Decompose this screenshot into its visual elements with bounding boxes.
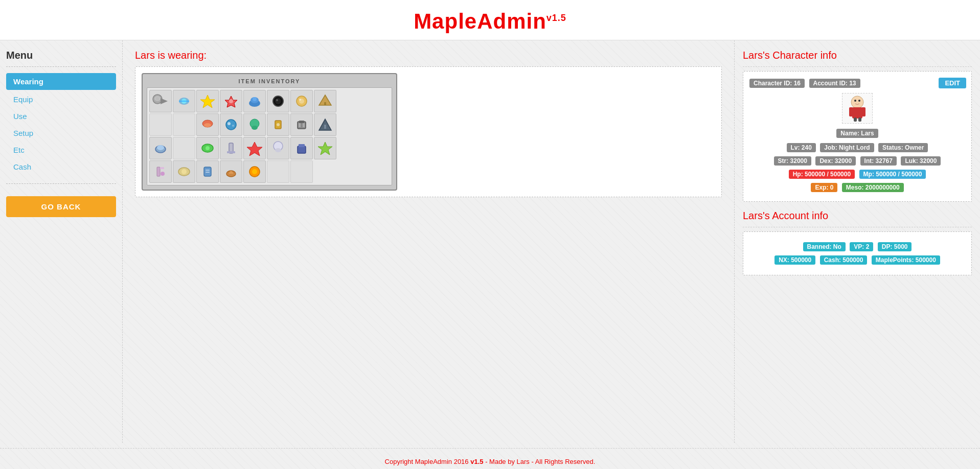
svg-point-23	[227, 122, 231, 125]
svg-rect-62	[854, 118, 857, 122]
svg-rect-30	[299, 121, 304, 123]
svg-rect-19	[324, 102, 326, 105]
inventory-content-box: ITEM INVENTORY	[135, 66, 722, 197]
page-header: MapleAdminv1.5	[0, 0, 980, 40]
wearing-section-title: Lars is wearing:	[135, 50, 722, 61]
sidebar-item-use[interactable]: Use	[6, 108, 116, 125]
inv-slot[interactable]	[267, 137, 289, 159]
inv-slot[interactable]	[196, 90, 219, 112]
inv-slot-empty	[173, 137, 195, 159]
svg-point-24	[232, 125, 234, 127]
inv-slot-empty	[149, 113, 172, 136]
inv-slot[interactable]	[267, 90, 289, 112]
job-badge: Job: Night Lord	[820, 143, 874, 152]
inv-slot[interactable]	[173, 160, 195, 183]
inv-slot[interactable]	[196, 160, 219, 183]
char-info-box: Character ID: 16 Account ID: 13 EDIT	[743, 71, 972, 202]
svg-point-9	[229, 99, 233, 103]
sidebar-item-cash[interactable]: Cash	[6, 158, 116, 175]
footer: Copyright MapleAdmin 2016 v1.5 - Made by…	[0, 448, 980, 469]
svg-point-36	[157, 145, 164, 150]
inventory-panel-title: ITEM INVENTORY	[147, 78, 392, 84]
svg-point-21	[204, 123, 211, 127]
inv-slot-empty	[267, 160, 289, 183]
svg-marker-3	[161, 98, 168, 104]
svg-point-51	[181, 169, 187, 174]
meso-badge: Meso: 2000000000	[842, 183, 904, 192]
svg-rect-44	[298, 146, 306, 153]
svg-rect-45	[299, 144, 305, 147]
inv-slot[interactable]	[267, 113, 289, 136]
inv-slot[interactable]	[314, 137, 336, 159]
exp-badge: Exp: 0	[811, 183, 837, 192]
char-info-title: Lars's Character info	[743, 50, 972, 61]
level-badge: Lv: 240	[787, 143, 816, 152]
hp-badge: Hp: 500000 / 500000	[789, 170, 855, 179]
inv-slot[interactable]	[220, 113, 242, 136]
svg-point-15	[276, 99, 278, 101]
inv-slot[interactable]	[220, 137, 242, 159]
inv-slot[interactable]	[243, 137, 266, 159]
inv-slot[interactable]	[243, 90, 266, 112]
right-panel: Lars's Character info Character ID: 16 A…	[735, 40, 980, 443]
svg-point-18	[299, 99, 301, 101]
inv-slot[interactable]	[314, 113, 336, 136]
svg-point-65	[858, 100, 860, 102]
inv-slot[interactable]	[243, 160, 266, 183]
dp-badge: DP: 5000	[878, 242, 912, 251]
sidebar-item-wearing[interactable]: Wearing	[6, 73, 116, 90]
sidebar-item-equip[interactable]: Equip	[6, 91, 116, 108]
inv-slot[interactable]	[196, 113, 219, 136]
inventory-panel: ITEM INVENTORY	[142, 73, 397, 191]
inv-slot[interactable]	[196, 137, 219, 159]
svg-marker-41	[247, 142, 262, 156]
str-badge: Str: 32000	[774, 156, 811, 166]
svg-marker-7	[200, 95, 215, 108]
inv-slot[interactable]	[149, 90, 172, 112]
inv-slot[interactable]	[149, 137, 172, 159]
char-avatar	[842, 93, 873, 124]
svg-point-26	[252, 126, 258, 130]
inv-slot[interactable]	[290, 90, 313, 112]
mp-badge: Mp: 500000 / 500000	[859, 170, 926, 179]
account-info-title: Lars's Account info	[743, 210, 972, 222]
sidebar-item-setup[interactable]: Setup	[6, 125, 116, 142]
edit-button[interactable]: EDIT	[939, 78, 966, 88]
svg-rect-2	[156, 97, 159, 101]
inv-slot[interactable]	[290, 113, 313, 136]
inv-slot[interactable]	[314, 90, 336, 112]
inv-slot[interactable]	[243, 113, 266, 136]
account-info-box: Banned: No VP: 2 DP: 5000 NX: 500000 Cas…	[743, 231, 972, 275]
inv-slot[interactable]	[149, 160, 172, 183]
svg-point-58	[851, 96, 863, 108]
svg-point-43	[275, 148, 281, 152]
svg-rect-31	[299, 123, 301, 127]
svg-point-57	[252, 169, 257, 174]
svg-rect-54	[206, 172, 210, 173]
vp-badge: VP: 2	[850, 242, 873, 251]
sidebar-item-etc[interactable]: Etc	[6, 142, 116, 158]
inv-slot-empty	[290, 160, 313, 183]
svg-rect-53	[206, 170, 210, 171]
char-id-badge: Character ID: 16	[749, 79, 805, 88]
char-name-badge: Name: Lars	[836, 129, 878, 138]
status-badge: Status: Owner	[878, 143, 928, 152]
main-content: Lars is wearing: ITEM INVENTORY	[123, 40, 735, 443]
menu-title: Menu	[6, 50, 116, 61]
go-back-button[interactable]: GO BACK	[6, 196, 116, 217]
inv-slot[interactable]	[220, 90, 242, 112]
inv-slot-empty	[173, 113, 195, 136]
svg-rect-47	[157, 167, 160, 176]
int-badge: Int: 32767	[860, 156, 897, 166]
inv-slot[interactable]	[290, 137, 313, 159]
svg-rect-61	[861, 107, 865, 116]
svg-point-64	[854, 100, 856, 102]
svg-point-14	[275, 98, 281, 104]
inv-slot[interactable]	[220, 160, 242, 183]
svg-point-49	[161, 172, 165, 176]
svg-rect-48	[160, 167, 164, 169]
cash-badge: Cash: 500000	[820, 255, 868, 265]
luk-badge: Luk: 32000	[901, 156, 941, 166]
inv-slot[interactable]	[173, 90, 195, 112]
svg-point-38	[206, 146, 210, 150]
